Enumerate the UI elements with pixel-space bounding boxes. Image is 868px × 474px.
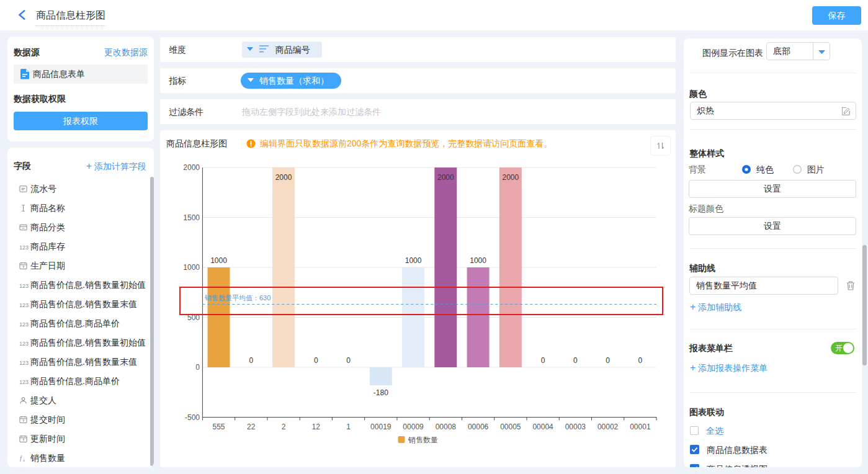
svg-text:2000: 2000 (275, 173, 292, 182)
svg-text:2: 2 (282, 423, 286, 431)
svg-text:x: x (22, 458, 25, 462)
svg-text:0: 0 (606, 356, 610, 365)
svg-text:2000: 2000 (183, 163, 200, 172)
svg-text:1000: 1000 (470, 256, 486, 265)
svg-text:2000: 2000 (502, 173, 519, 182)
svg-text:00009: 00009 (403, 423, 424, 431)
svg-text:0: 0 (195, 363, 200, 372)
svg-text:00002: 00002 (597, 423, 619, 431)
svg-text:销售数量平均值：630: 销售数量平均值：630 (204, 294, 271, 302)
svg-text:0: 0 (573, 356, 578, 365)
svg-text:00006: 00006 (468, 423, 489, 431)
svg-text:555: 555 (212, 423, 225, 431)
svg-text:0: 0 (541, 356, 545, 365)
svg-text:1000: 1000 (210, 256, 227, 265)
svg-text:销售数量: 销售数量 (408, 436, 438, 444)
svg-text:2000: 2000 (437, 173, 454, 182)
svg-text:00008: 00008 (436, 423, 457, 431)
svg-text:12: 12 (312, 423, 321, 431)
svg-text:1: 1 (346, 423, 351, 431)
svg-text:-500: -500 (185, 413, 200, 422)
svg-text:00019: 00019 (370, 423, 391, 431)
svg-text:1000: 1000 (183, 263, 200, 272)
svg-text:-180: -180 (374, 388, 388, 397)
svg-text:22: 22 (247, 423, 256, 431)
svg-text:0: 0 (346, 356, 351, 365)
svg-text:1500: 1500 (183, 213, 200, 222)
svg-text:00001: 00001 (630, 423, 651, 431)
svg-text:0: 0 (249, 356, 253, 365)
svg-text:00004: 00004 (532, 423, 553, 431)
svg-text:0: 0 (638, 356, 643, 365)
svg-text:f: f (20, 455, 22, 462)
svg-text:0: 0 (314, 356, 318, 365)
svg-text:00003: 00003 (565, 423, 586, 431)
svg-text:1000: 1000 (405, 256, 422, 265)
svg-text:00005: 00005 (500, 423, 521, 431)
